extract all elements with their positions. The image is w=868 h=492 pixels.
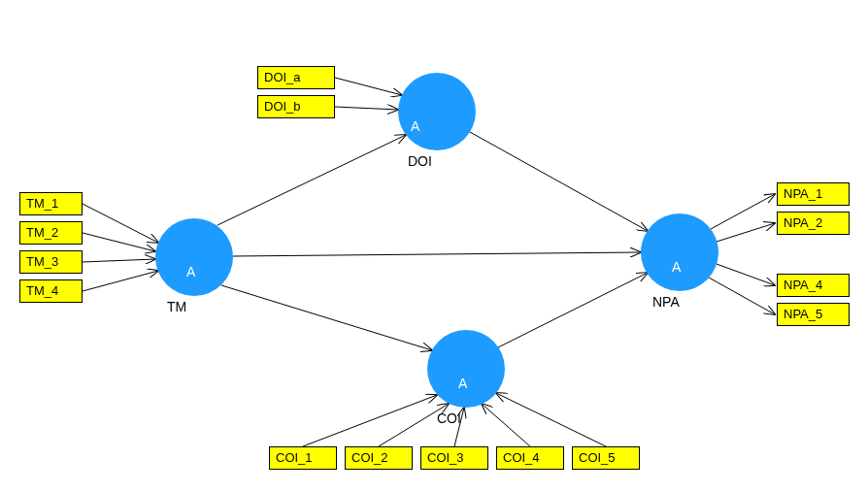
svg-line-1 xyxy=(83,233,155,251)
svg-line-10 xyxy=(496,393,606,446)
latent-npa-label: NPA xyxy=(652,294,680,310)
latent-tm-inner-label: A xyxy=(186,264,195,279)
svg-line-15 xyxy=(217,135,406,225)
svg-line-9 xyxy=(482,404,530,446)
latent-tm-label: TM xyxy=(167,299,186,314)
latent-npa[interactable] xyxy=(641,213,718,291)
latent-doi[interactable] xyxy=(398,73,476,150)
svg-line-5 xyxy=(335,107,398,110)
svg-line-14 xyxy=(709,278,775,314)
svg-line-19 xyxy=(498,273,648,347)
svg-line-3 xyxy=(83,271,158,291)
indicator-doi-a[interactable]: DOI_a xyxy=(257,66,335,89)
indicator-tm-2[interactable]: TM_2 xyxy=(19,221,83,245)
latent-coi[interactable] xyxy=(427,330,505,408)
indicator-npa-1[interactable]: NPA_1 xyxy=(777,182,850,206)
latent-npa-inner-label: A xyxy=(672,259,681,275)
indicator-npa-4[interactable]: NPA_4 xyxy=(777,274,850,297)
svg-line-16 xyxy=(233,252,641,256)
indicator-coi-2[interactable]: COI_2 xyxy=(345,446,413,470)
indicator-npa-5[interactable]: NPA_5 xyxy=(777,303,850,326)
indicator-tm-4[interactable]: TM_4 xyxy=(19,279,83,303)
indicator-coi-1[interactable]: COI_1 xyxy=(269,446,337,470)
latent-coi-inner-label: A xyxy=(458,376,467,391)
svg-line-2 xyxy=(83,259,155,262)
svg-line-18 xyxy=(470,132,648,231)
latent-doi-label: DOI xyxy=(408,153,432,169)
svg-line-11 xyxy=(711,194,775,229)
indicator-coi-3[interactable]: COI_3 xyxy=(420,446,488,470)
indicator-doi-b[interactable]: DOI_b xyxy=(257,95,335,118)
svg-line-12 xyxy=(717,223,775,242)
svg-line-6 xyxy=(303,395,437,446)
latent-coi-label: COI xyxy=(437,410,461,426)
indicator-coi-4[interactable]: COI_4 xyxy=(496,446,564,470)
svg-line-4 xyxy=(335,78,402,95)
indicator-tm-1[interactable]: TM_1 xyxy=(19,192,83,215)
svg-line-0 xyxy=(83,204,158,243)
indicator-tm-3[interactable]: TM_3 xyxy=(19,250,83,274)
latent-tm[interactable] xyxy=(155,218,233,296)
svg-line-17 xyxy=(221,285,432,350)
indicator-coi-5[interactable]: COI_5 xyxy=(572,446,640,470)
indicator-npa-2[interactable]: NPA_2 xyxy=(777,212,850,235)
svg-line-13 xyxy=(717,264,775,285)
latent-doi-inner-label: A xyxy=(411,118,419,134)
